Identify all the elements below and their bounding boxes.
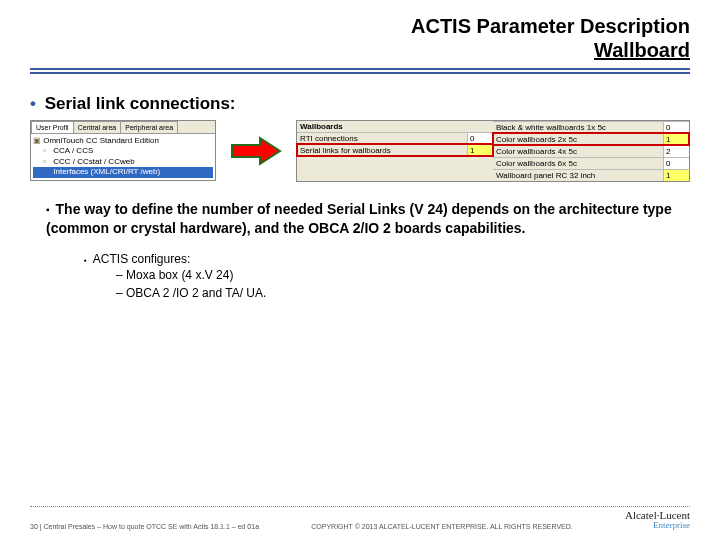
main-bullet-text: Serial link connections:: [45, 94, 236, 113]
tree-label: Interfaces (XML/CRI/RT /web): [53, 167, 160, 176]
param-label: Serial links for wallboards: [297, 145, 467, 156]
footer-left: 30 | Central Presales – How to quote OTC…: [30, 523, 259, 530]
tab-user-profil[interactable]: User Profil: [31, 121, 74, 133]
param-row-color-6x: Color wallboards 6x 5c 0: [493, 157, 689, 169]
title-line-2: Wallboard: [0, 38, 690, 62]
page-icon: ▫: [43, 167, 51, 177]
slide-footer: 30 | Central Presales – How to quote OTC…: [0, 506, 720, 530]
param-row-color-2x: Color wallboards 2x 5c 1: [493, 133, 689, 145]
params-window: Wallboards RTI connections 0 Serial link…: [296, 120, 690, 182]
page-icon: ▫: [43, 146, 51, 156]
brand-logo: Alcatel·Lucent Enterprise: [625, 510, 690, 530]
param-row-bw-1x: Black & white wallboards 1x 5c 0: [493, 121, 689, 133]
tree-item-root[interactable]: ▣ OmniTouch CC Standard Edition: [33, 136, 213, 146]
title-line-1: ACTIS Parameter Description: [0, 14, 690, 38]
param-value[interactable]: 1: [467, 145, 493, 156]
dash-item-1: – Moxa box (4 x.V 24): [116, 266, 674, 284]
param-value[interactable]: 0: [663, 122, 689, 133]
bullet-square-icon: ▪: [46, 204, 50, 215]
params-left-col: Wallboards RTI connections 0 Serial link…: [297, 121, 493, 181]
tree-label: CCA / CCS: [53, 146, 93, 155]
param-row-panel-rc32: Wallboard panel RC 32 inch 1: [493, 169, 689, 181]
param-label: RTI connections: [297, 133, 467, 144]
param-value[interactable]: 0: [663, 158, 689, 169]
main-bullet: • Serial link connections:: [0, 84, 720, 120]
dash-text: Moxa box (4 x.V 24): [126, 268, 233, 282]
param-label: Black & white wallboards 1x 5c: [493, 122, 663, 133]
tree-label: CCC / CCstat / CCweb: [53, 157, 134, 166]
arrow-column: [226, 120, 286, 166]
param-label: Wallboard panel RC 32 inch: [493, 170, 663, 181]
param-row-rti: RTI connections 0: [297, 132, 493, 144]
tree-tabs: User Profil Central area Peripheral area: [31, 121, 215, 134]
right-arrow-icon: [230, 136, 282, 166]
explain-main: ▪The way to define the number of needed …: [46, 200, 674, 238]
footer-copyright: COPYRIGHT © 2013 ALCATEL-LUCENT ENTERPRI…: [259, 523, 625, 530]
logo-line-2: Enterprise: [625, 521, 690, 530]
svg-marker-0: [232, 138, 280, 164]
explain-main-text: The way to define the number of needed S…: [46, 201, 672, 236]
params-right-col: Black & white wallboards 1x 5c 0 Color w…: [493, 121, 689, 181]
folder-icon: ▣: [33, 136, 41, 146]
config-tree: ▣ OmniTouch CC Standard Edition ▫ CCA / …: [31, 134, 215, 180]
dash-item-2: – OBCA 2 /IO 2 and TA/ UA.: [116, 284, 674, 302]
tree-label: OmniTouch CC Standard Edition: [43, 136, 159, 145]
tree-item-interfaces[interactable]: ▫ Interfaces (XML/CRI/RT /web): [33, 167, 213, 177]
tab-peripheral-area[interactable]: Peripheral area: [120, 121, 178, 133]
tree-item-cca[interactable]: ▫ CCA / CCS: [33, 146, 213, 156]
param-value[interactable]: 2: [663, 146, 689, 157]
params-section-head: Wallboards: [297, 121, 493, 132]
title-rule-2: [30, 72, 690, 74]
param-value[interactable]: 1: [663, 134, 689, 145]
param-value[interactable]: 0: [467, 133, 493, 144]
bullet-dot-icon: •: [30, 94, 36, 113]
body-text: ▪The way to define the number of needed …: [0, 182, 720, 302]
param-row-serial-links: Serial links for wallboards 1: [297, 144, 493, 156]
tab-central-area[interactable]: Central area: [73, 121, 122, 133]
param-label: Color wallboards 2x 5c: [493, 134, 663, 145]
config-tree-window: User Profil Central area Peripheral area…: [30, 120, 216, 181]
param-label: Color wallboards 6x 5c: [493, 158, 663, 169]
dash-list: – Moxa box (4 x.V 24) – OBCA 2 /IO 2 and…: [84, 266, 674, 302]
param-label: Color wallboards 4x 5c: [493, 146, 663, 157]
slide-title: ACTIS Parameter Description Wallboard: [0, 0, 720, 62]
sub-bullets: ▪ACTIS configures: – Moxa box (4 x.V 24)…: [46, 252, 674, 302]
param-row-color-4x: Color wallboards 4x 5c 2: [493, 145, 689, 157]
screenshot-row: User Profil Central area Peripheral area…: [0, 120, 720, 182]
sub-head: ▪ACTIS configures:: [84, 252, 674, 266]
sub-head-text: ACTIS configures:: [93, 252, 190, 266]
param-value[interactable]: 1: [663, 170, 689, 181]
footer-divider: [30, 506, 690, 507]
title-rule: [30, 68, 690, 70]
dash-text: OBCA 2 /IO 2 and TA/ UA.: [126, 286, 266, 300]
tree-item-ccc[interactable]: ▫ CCC / CCstat / CCweb: [33, 157, 213, 167]
page-icon: ▫: [43, 157, 51, 167]
bullet-square-small-icon: ▪: [84, 256, 87, 265]
